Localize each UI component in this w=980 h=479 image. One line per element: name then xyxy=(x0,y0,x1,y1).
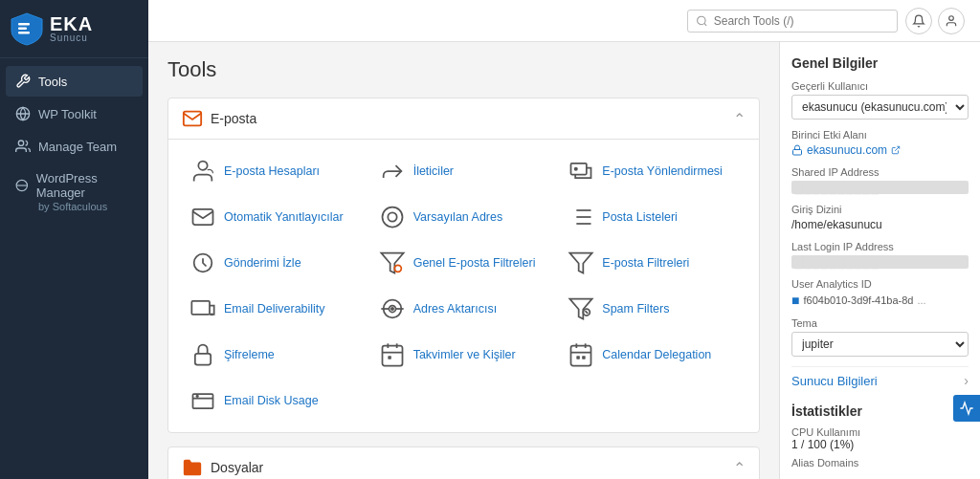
eposta-section-title: E-posta xyxy=(211,111,256,126)
svg-rect-46 xyxy=(582,356,586,359)
panel-title: Genel Bilgiler xyxy=(791,55,969,71)
svg-line-7 xyxy=(704,23,706,25)
wordpress-icon xyxy=(15,106,31,121)
tool-otomatik-yanitlayicilar[interactable]: Otomatik Yanıtlayıcılar xyxy=(182,197,368,237)
tool-sifreleme[interactable]: Şifreleme xyxy=(182,335,368,375)
sidebar: EKA Sunucu Tools WP Toolkit xyxy=(0,0,148,479)
svg-rect-64 xyxy=(793,150,802,156)
svg-point-14 xyxy=(388,212,396,221)
tool-adres-label: Adres Aktarıcısı xyxy=(413,302,498,316)
last-login-label: Last Login IP Address xyxy=(791,241,969,252)
tool-email-disk-label: Email Disk Usage xyxy=(224,394,319,407)
shared-ip-value: ██████████ xyxy=(791,181,969,194)
gecerli-kullanici-select[interactable]: ekasunucu (ekasunucu.com) xyxy=(791,95,969,120)
calendar-contacts-icon xyxy=(379,341,406,368)
filter-icon xyxy=(568,250,594,276)
sunucu-bilgileri-row[interactable]: Sunucu Bilgileri › xyxy=(791,366,969,394)
wp-manager-label: WordPress Manager xyxy=(36,171,133,200)
tool-gonderimi-izle[interactable]: Gönderimi İzle xyxy=(182,243,368,283)
search-bar[interactable] xyxy=(687,10,898,33)
tool-calendar-delegation[interactable]: Calendar Delegation xyxy=(560,335,746,375)
domain-value: ekasunucu.com xyxy=(807,143,887,157)
filter-global-icon xyxy=(379,250,406,276)
tool-spam-filters[interactable]: Spam Filters xyxy=(560,289,746,329)
gecerli-kullanici-field: Geçerli Kullanıcı ekasunucu (ekasunucu.c… xyxy=(791,80,969,120)
tool-email-disk-usage[interactable]: Email Disk Usage xyxy=(182,381,368,421)
redirect-icon xyxy=(568,158,594,185)
tool-adres-aktaricisi[interactable]: Adres Aktarıcısı xyxy=(371,289,557,329)
tool-takvimler-kisiler[interactable]: Takvimler ve Kişiler xyxy=(371,335,557,375)
dosyalar-section-title: Dosyalar xyxy=(211,460,263,475)
deliverability-icon xyxy=(189,295,216,322)
default-address-icon xyxy=(379,204,406,230)
svg-rect-10 xyxy=(571,163,587,175)
analytics-id-text: f604b010-3d9f-41ba-8d xyxy=(803,294,913,306)
mail-icon xyxy=(182,108,203,129)
main-content: Tools E-posta ⌃ xyxy=(148,0,980,479)
user-icon-button[interactable] xyxy=(938,8,965,34)
tool-genel-eposta-filtreleri[interactable]: Genel E-posta Filtreleri xyxy=(371,243,557,283)
dosyalar-section-header[interactable]: Dosyalar ⌃ xyxy=(168,447,759,479)
sidebar-item-manage-team[interactable]: Manage Team xyxy=(6,131,143,162)
birinci-etki-alani-label: Birinci Etki Alanı xyxy=(791,129,969,141)
tool-eposta-yonlendirmesi[interactable]: E-posta Yönlendirmesi xyxy=(560,151,746,191)
mailing-list-icon xyxy=(568,204,594,230)
track-icon xyxy=(189,250,216,276)
svg-rect-1 xyxy=(18,28,27,31)
svg-rect-40 xyxy=(388,356,391,359)
sidebar-item-wordpress-manager[interactable]: WordPress Manager by Softaculous xyxy=(6,163,143,222)
search-input[interactable] xyxy=(714,14,889,28)
tool-calendar-delegation-label: Calendar Delegation xyxy=(602,348,711,361)
tema-field: Tema jupiter xyxy=(791,317,969,357)
spam-icon xyxy=(568,295,594,322)
svg-rect-0 xyxy=(18,23,30,26)
tool-posta-listeleri[interactable]: Posta Listeleri xyxy=(560,197,746,237)
wp-manager-sub: by Softaculous xyxy=(15,200,133,214)
bell-icon-button[interactable] xyxy=(905,8,932,34)
svg-rect-12 xyxy=(193,209,213,225)
analytics-value: ■ f604b010-3d9f-41ba-8d ... xyxy=(791,293,969,308)
tool-varsayilan-label: Varsayılan Adres xyxy=(413,210,503,224)
search-icon xyxy=(696,14,708,28)
tool-ileticiler[interactable]: İleticiler xyxy=(371,151,557,191)
tool-ileticiler-label: İleticiler xyxy=(413,164,454,178)
tool-eposta-hesaplari[interactable]: E-posta Hesapları xyxy=(182,151,368,191)
sunucu-chevron-icon: › xyxy=(964,373,969,388)
svg-point-11 xyxy=(575,168,577,170)
domain-link[interactable]: ekasunucu.com xyxy=(791,143,969,157)
logo-sunucu: Sunucu xyxy=(50,33,93,43)
svg-point-9 xyxy=(198,162,207,170)
svg-point-49 xyxy=(196,396,198,398)
last-login-field: Last Login IP Address ██████████ xyxy=(791,241,969,269)
alias-stat-row: Alias Domains xyxy=(791,457,969,468)
svg-point-13 xyxy=(382,207,402,228)
analytics-suffix: ... xyxy=(917,294,925,306)
chart-icon-button[interactable] xyxy=(953,395,980,422)
svg-point-6 xyxy=(698,16,705,24)
last-login-value: ██████████ xyxy=(791,255,969,269)
sunucu-bilgileri-label: Sunucu Bilgileri xyxy=(791,374,878,388)
tool-eposta-filtreleri[interactable]: E-posta Filtreleri xyxy=(560,243,746,283)
svg-point-8 xyxy=(949,15,954,20)
tool-varsayilan-adres[interactable]: Varsayılan Adres xyxy=(371,197,557,237)
shared-ip-label: Shared IP Address xyxy=(791,166,969,178)
chart-icon xyxy=(959,401,974,416)
analytics-dot: ■ xyxy=(791,293,799,308)
birinci-etki-alani-field: Birinci Etki Alanı ekasunucu.com xyxy=(791,129,969,157)
dosyalar-collapse-icon[interactable]: ⌃ xyxy=(733,459,746,477)
content-area: Tools E-posta ⌃ xyxy=(148,42,980,479)
cpu-value: 1 / 100 (1%) xyxy=(791,438,969,451)
tool-takvimler-label: Takvimler ve Kişiler xyxy=(413,348,516,361)
svg-point-23 xyxy=(394,265,401,272)
sidebar-item-wp-toolkit[interactable]: WP Toolkit xyxy=(6,98,143,129)
eposta-collapse-icon[interactable]: ⌃ xyxy=(733,110,746,128)
eposta-section-header[interactable]: E-posta ⌃ xyxy=(168,98,759,140)
tema-select[interactable]: jupiter xyxy=(791,332,969,357)
tool-email-deliverability[interactable]: Email Deliverability xyxy=(182,289,368,329)
tool-otomatik-label: Otomatik Yanıtlayıcılar xyxy=(224,210,344,224)
sidebar-tools-label: Tools xyxy=(38,75,67,89)
encrypt-icon xyxy=(189,341,216,368)
sidebar-item-tools[interactable]: Tools xyxy=(6,66,143,97)
logo-text: EKA Sunucu xyxy=(50,14,93,43)
tools-panel: Tools E-posta ⌃ xyxy=(148,42,779,479)
